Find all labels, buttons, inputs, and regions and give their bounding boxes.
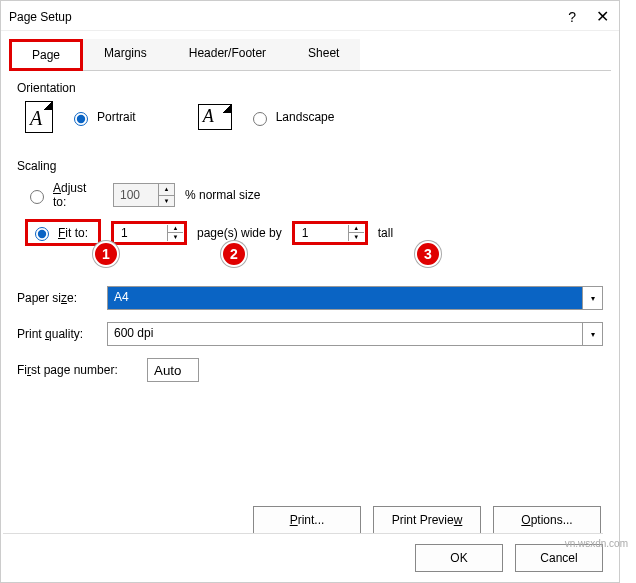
portrait-icon xyxy=(25,101,53,133)
fit-tall-suffix: tall xyxy=(378,226,393,240)
fit-wide-suffix: page(s) wide by xyxy=(197,226,282,240)
portrait-radio-input[interactable] xyxy=(74,112,88,126)
chevron-down-icon[interactable]: ▾ xyxy=(582,287,602,309)
print-preview-button[interactable]: Print Preview xyxy=(373,506,481,534)
fit-to-radio-input[interactable] xyxy=(35,227,49,241)
title-bar: Page Setup ? ✕ xyxy=(1,1,619,31)
landscape-radio-label: Landscape xyxy=(276,110,335,124)
spinner-down-icon[interactable]: ▼ xyxy=(168,233,183,241)
spinner-down-icon[interactable]: ▼ xyxy=(159,196,174,207)
spinner-up-icon[interactable]: ▲ xyxy=(349,225,364,234)
adjust-to-label: Adjust to: xyxy=(53,181,103,209)
portrait-radio-label: Portrait xyxy=(97,110,136,124)
scaling-label: Scaling xyxy=(17,159,603,173)
spinner-down-icon[interactable]: ▼ xyxy=(349,233,364,241)
orientation-label: Orientation xyxy=(17,81,603,95)
tab-margins[interactable]: Margins xyxy=(83,39,168,70)
fit-wide-value[interactable] xyxy=(115,225,167,241)
print-quality-combo[interactable]: 600 dpi ▾ xyxy=(107,322,603,346)
tab-strip: Page Margins Header/Footer Sheet xyxy=(9,39,611,71)
fit-tall-spinner[interactable]: ▲▼ xyxy=(292,221,368,245)
landscape-radio[interactable]: Landscape xyxy=(248,109,335,126)
spinner-up-icon[interactable]: ▲ xyxy=(159,184,174,196)
dialog-title: Page Setup xyxy=(9,10,72,24)
adjust-to-value[interactable] xyxy=(114,184,158,206)
fit-wide-spinner[interactable]: ▲▼ xyxy=(111,221,187,245)
adjust-to-radio[interactable]: Adjust to: xyxy=(25,181,103,209)
first-page-label: First page number: xyxy=(17,363,139,377)
page-setup-dialog: Page Setup ? ✕ Page Margins Header/Foote… xyxy=(0,0,620,583)
help-icon[interactable]: ? xyxy=(568,9,576,25)
tab-page[interactable]: Page xyxy=(9,39,83,71)
options-button[interactable]: Options... xyxy=(493,506,601,534)
first-page-input[interactable] xyxy=(147,358,199,382)
spinner-up-icon[interactable]: ▲ xyxy=(168,225,183,234)
callout-3: 3 xyxy=(415,241,441,267)
chevron-down-icon[interactable]: ▾ xyxy=(582,323,602,345)
adjust-to-suffix: % normal size xyxy=(185,188,260,202)
print-quality-label: Print quality: xyxy=(17,327,99,341)
callout-2: 2 xyxy=(221,241,247,267)
landscape-radio-input[interactable] xyxy=(253,112,267,126)
tab-sheet[interactable]: Sheet xyxy=(287,39,360,70)
print-quality-value: 600 dpi xyxy=(108,323,582,345)
portrait-radio[interactable]: Portrait xyxy=(69,109,136,126)
adjust-to-spinner[interactable]: ▲▼ xyxy=(113,183,175,207)
fit-to-radio[interactable]: Fit to: xyxy=(25,219,101,246)
landscape-icon xyxy=(198,104,232,130)
watermark-text: vn.wsxdn.com xyxy=(565,538,628,549)
fit-to-label: Fit to: xyxy=(58,226,88,240)
paper-size-label: Paper size: xyxy=(17,291,99,305)
adjust-to-radio-input[interactable] xyxy=(30,190,44,204)
paper-size-combo[interactable]: A4 ▾ xyxy=(107,286,603,310)
print-button[interactable]: Print... xyxy=(253,506,361,534)
fit-tall-value[interactable] xyxy=(296,225,348,241)
paper-size-value: A4 xyxy=(108,287,582,309)
ok-button[interactable]: OK xyxy=(415,544,503,572)
tab-header-footer[interactable]: Header/Footer xyxy=(168,39,287,70)
close-icon[interactable]: ✕ xyxy=(596,7,609,26)
callout-1: 1 xyxy=(93,241,119,267)
